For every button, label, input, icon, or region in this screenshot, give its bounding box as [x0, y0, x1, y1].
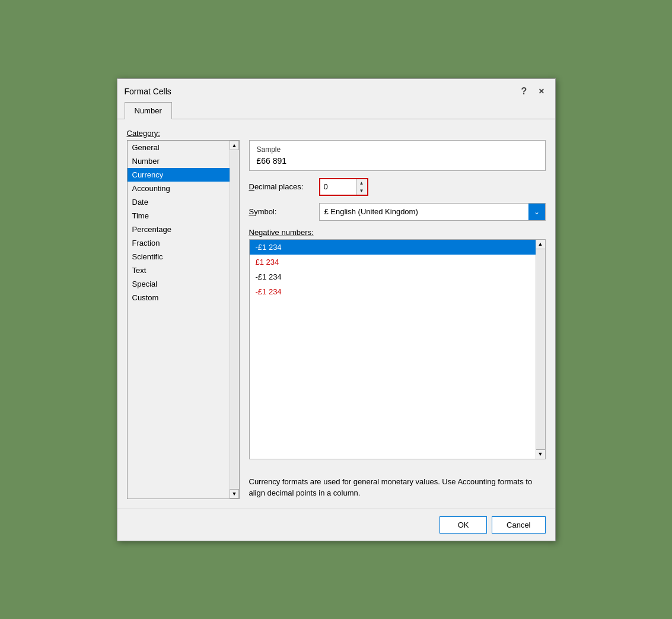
tab-bar: Number	[117, 101, 555, 119]
negative-numbers-list: -£1 234 £1 234 -£1 234 -£1 234	[250, 240, 536, 459]
dialog-body: Category: General Number Currency Accoun…	[117, 119, 555, 509]
decimal-input-wrapper: ▲ ▼	[319, 178, 368, 196]
dialog-footer: OK Cancel	[117, 509, 555, 541]
negative-scroll-down[interactable]: ▼	[536, 449, 545, 459]
negative-item-2[interactable]: £1 234	[250, 255, 536, 269]
close-button[interactable]: ×	[535, 85, 547, 98]
category-scroll-up[interactable]: ▲	[230, 141, 239, 150]
category-list: General Number Currency Accounting Date …	[128, 141, 230, 499]
category-item-general[interactable]: General	[128, 141, 230, 154]
category-item-fraction[interactable]: Fraction	[128, 236, 230, 250]
symbol-row: Symbol: £ English (United Kingdom) ⌄	[249, 203, 546, 221]
sample-label: Sample	[257, 145, 538, 154]
category-item-currency[interactable]: Currency	[128, 168, 230, 182]
spinner-up[interactable]: ▲	[356, 179, 367, 187]
decimal-places-input[interactable]	[320, 179, 356, 195]
category-label: Category:	[127, 129, 546, 138]
category-scroll-track	[230, 150, 239, 489]
sample-box: Sample £66 891	[249, 140, 546, 171]
format-cells-dialog: Format Cells ? × Number Category: Genera…	[117, 78, 556, 541]
negative-scroll-track	[536, 249, 545, 449]
category-list-container: General Number Currency Accounting Date …	[127, 140, 240, 499]
description-text: Currency formats are used for general mo…	[249, 476, 546, 499]
category-scrollbar: ▲ ▼	[230, 141, 239, 499]
negative-item-1[interactable]: -£1 234	[250, 240, 536, 255]
ok-button[interactable]: OK	[439, 516, 487, 534]
decimal-places-row: Decimal places: ▲ ▼	[249, 178, 546, 196]
decimal-places-label: Decimal places:	[249, 182, 314, 191]
cancel-button[interactable]: Cancel	[492, 516, 545, 534]
main-content: General Number Currency Accounting Date …	[127, 140, 546, 499]
sample-value: £66 891	[257, 156, 538, 166]
tab-number[interactable]: Number	[125, 102, 172, 119]
title-bar: Format Cells ? ×	[117, 79, 555, 101]
spinner-down[interactable]: ▼	[356, 187, 367, 195]
negative-item-4[interactable]: -£1 234	[250, 284, 536, 299]
category-item-text[interactable]: Text	[128, 264, 230, 277]
negative-numbers-label: Negative numbers:	[249, 228, 546, 237]
negative-item-3[interactable]: -£1 234	[250, 269, 536, 284]
category-item-date[interactable]: Date	[128, 195, 230, 209]
category-scroll-down[interactable]: ▼	[230, 489, 239, 499]
symbol-dropdown-btn[interactable]: ⌄	[528, 204, 545, 220]
title-bar-controls: ? ×	[517, 85, 547, 98]
category-scroll-area: General Number Currency Accounting Date …	[128, 141, 239, 499]
negative-numbers-section: Negative numbers: -£1 234 £1 234 -£1 234…	[249, 228, 546, 459]
category-item-accounting[interactable]: Accounting	[128, 182, 230, 195]
symbol-value: £ English (United Kingdom)	[320, 205, 528, 218]
spinner-buttons: ▲ ▼	[356, 179, 367, 195]
help-button[interactable]: ?	[517, 85, 530, 98]
right-panel: Sample £66 891 Decimal places: ▲ ▼	[249, 140, 546, 499]
symbol-dropdown[interactable]: £ English (United Kingdom) ⌄	[319, 203, 546, 221]
category-item-time[interactable]: Time	[128, 209, 230, 223]
category-item-special[interactable]: Special	[128, 277, 230, 291]
negative-scroll-up[interactable]: ▲	[536, 240, 545, 249]
negative-scrollbar: ▲ ▼	[536, 240, 545, 459]
category-item-percentage[interactable]: Percentage	[128, 223, 230, 236]
category-item-custom[interactable]: Custom	[128, 291, 230, 304]
category-item-scientific[interactable]: Scientific	[128, 250, 230, 264]
negative-numbers-list-container: -£1 234 £1 234 -£1 234 -£1 234 ▲ ▼	[249, 239, 546, 459]
dialog-title: Format Cells	[125, 87, 171, 96]
symbol-label: Symbol:	[249, 207, 314, 216]
category-item-number[interactable]: Number	[128, 154, 230, 168]
